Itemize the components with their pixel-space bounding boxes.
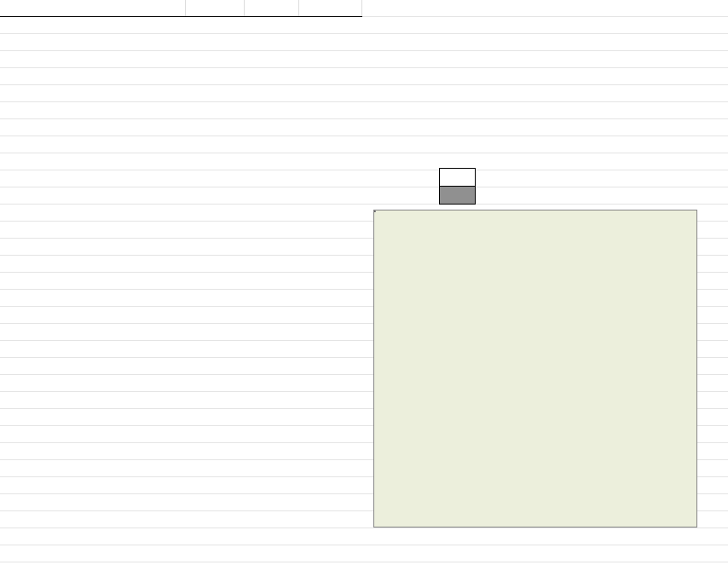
legend-label-2018 — [483, 186, 534, 204]
table-header-row — [0, 0, 362, 17]
chart-legend[interactable] — [439, 168, 541, 205]
header-2018-cell[interactable] — [245, 0, 299, 16]
election-results-table — [0, 0, 362, 17]
legend-label-2013 — [483, 168, 534, 186]
table-title-cell[interactable] — [0, 0, 186, 16]
results-bar-chart[interactable] — [373, 210, 697, 528]
legend-swatch-2018 — [440, 186, 475, 204]
header-2013-cell[interactable] — [186, 0, 245, 16]
legend-swatches — [439, 168, 476, 205]
spreadsheet-window — [0, 0, 728, 565]
legend-swatch-2013 — [440, 169, 475, 186]
header-differenz-cell[interactable] — [299, 0, 362, 16]
chart-plot-area — [374, 210, 376, 212]
